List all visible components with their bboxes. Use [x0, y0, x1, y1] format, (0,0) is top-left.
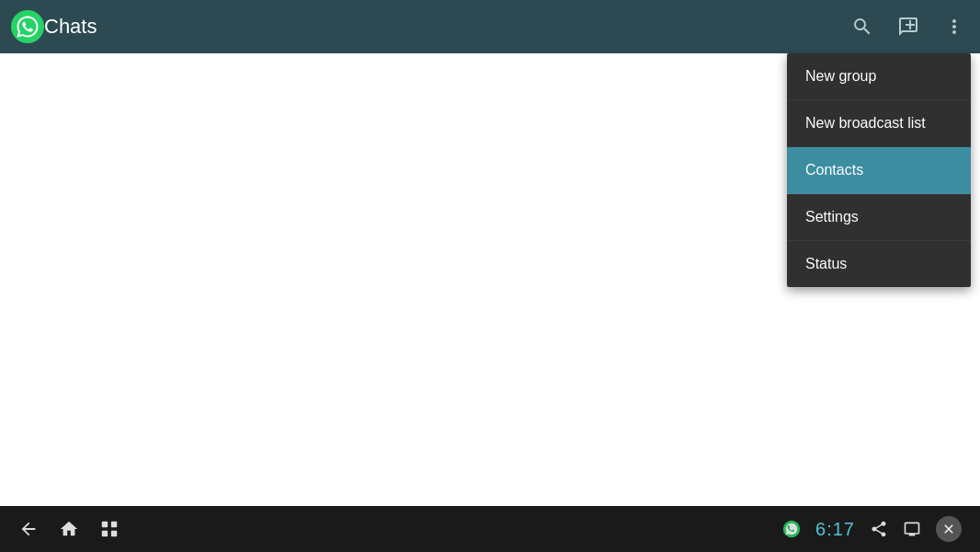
whatsapp-logo — [11, 10, 44, 43]
search-button[interactable] — [848, 12, 877, 41]
screen-icon — [903, 520, 921, 538]
clock-display: 6:17 — [815, 519, 855, 540]
home-icon — [59, 519, 79, 539]
more-options-icon — [943, 16, 965, 38]
new-chat-button[interactable] — [894, 12, 923, 41]
top-bar: Chats — [0, 0, 980, 53]
menu-item-contacts[interactable]: Contacts — [787, 147, 971, 194]
menu-item-new-broadcast[interactable]: New broadcast list — [787, 100, 971, 147]
bottom-bar: 6:17 — [0, 506, 980, 552]
home-button[interactable] — [59, 519, 79, 539]
recents-icon — [99, 519, 120, 539]
menu-item-settings[interactable]: Settings — [787, 194, 971, 241]
search-icon — [851, 16, 873, 38]
clock-time: 6:17 — [815, 519, 855, 539]
share-button[interactable] — [870, 520, 888, 538]
screen-button[interactable] — [903, 520, 921, 538]
nav-buttons — [18, 519, 120, 539]
whatsapp-small-icon — [782, 520, 801, 538]
more-options-button[interactable] — [940, 12, 969, 41]
dropdown-menu: New group New broadcast list Contacts Se… — [787, 53, 971, 287]
svg-rect-4 — [111, 531, 117, 536]
recents-button[interactable] — [99, 519, 120, 539]
back-icon — [18, 519, 39, 539]
menu-item-status[interactable]: Status — [787, 241, 971, 287]
menu-item-new-group[interactable]: New group — [787, 53, 971, 100]
svg-point-0 — [11, 10, 44, 43]
bottom-right-controls: 6:17 — [782, 516, 962, 542]
whatsapp-taskbar-icon[interactable] — [782, 520, 801, 538]
close-icon — [941, 522, 956, 536]
svg-rect-3 — [102, 531, 108, 536]
close-button[interactable] — [936, 516, 962, 542]
back-button[interactable] — [18, 519, 39, 539]
page-title: Chats — [44, 15, 848, 39]
svg-rect-2 — [111, 522, 117, 527]
new-chat-icon — [897, 16, 919, 38]
share-icon — [870, 520, 888, 538]
svg-rect-1 — [102, 522, 108, 527]
